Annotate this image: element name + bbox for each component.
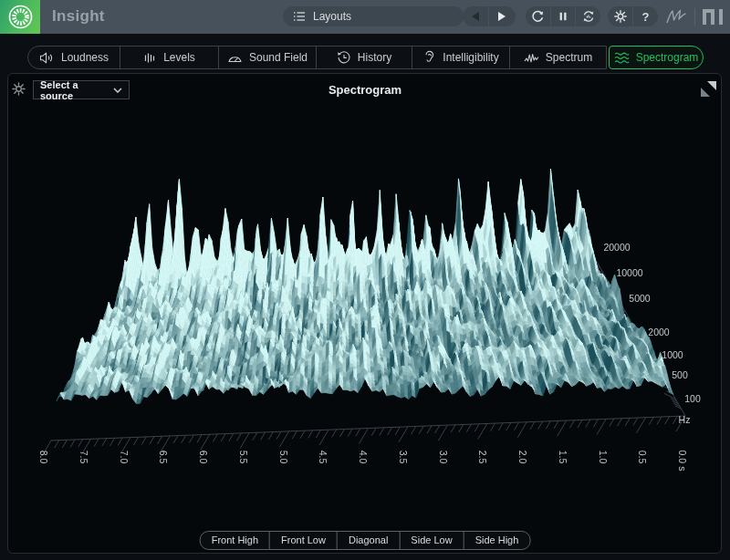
tab-sound-field[interactable]: Sound Field xyxy=(218,47,316,68)
refresh-meter-icon xyxy=(581,9,596,24)
izotope-scribble-icon xyxy=(664,8,688,26)
layouts-label: Layouts xyxy=(313,10,351,23)
tab-label: Sound Field xyxy=(249,51,308,64)
circular-arrow-icon xyxy=(530,9,545,24)
ni-logo-icon xyxy=(702,9,725,25)
help-button[interactable]: ? xyxy=(632,6,658,26)
tab-label: Spectrogram xyxy=(636,51,699,64)
view-button-front-high[interactable]: Front High xyxy=(201,532,269,549)
tab-label: Spectrum xyxy=(546,51,592,64)
right-triangle-icon xyxy=(498,12,506,21)
sync-button[interactable] xyxy=(575,6,600,26)
sound-field-icon xyxy=(227,51,243,64)
tab-label: Levels xyxy=(163,51,195,64)
history-icon xyxy=(337,50,351,65)
pause-button[interactable] xyxy=(550,6,576,26)
topbar-divider xyxy=(694,8,695,26)
layout-nav-buttons xyxy=(463,6,516,26)
tab-label: Loudness xyxy=(61,51,109,64)
tab-label: Intelligibility xyxy=(443,51,498,64)
tab-intelligibility[interactable]: Intelligibility xyxy=(412,47,509,68)
pause-icon xyxy=(556,9,570,24)
transport-buttons xyxy=(526,6,600,26)
spectrogram-icon xyxy=(614,51,630,65)
question-mark-icon: ? xyxy=(642,10,650,24)
spectrum-icon xyxy=(524,52,539,64)
tab-levels[interactable]: Levels xyxy=(120,47,218,68)
top-bar: Insight Layouts xyxy=(0,0,730,34)
list-icon xyxy=(293,10,306,23)
chevron-down-icon xyxy=(113,88,122,93)
ear-icon xyxy=(422,50,436,65)
settings-help-buttons: ? xyxy=(608,6,658,26)
tab-history[interactable]: History xyxy=(316,47,412,68)
prev-layout-button[interactable] xyxy=(463,6,488,26)
izotope-logo xyxy=(0,0,40,34)
tab-spectrum[interactable]: Spectrum xyxy=(509,47,606,68)
source-select-value: Select a source xyxy=(40,79,113,101)
source-select-dropdown[interactable]: Select a source xyxy=(33,80,130,99)
next-layout-button[interactable] xyxy=(488,6,515,26)
view-tabs: Loudness Levels Sound Field xyxy=(27,46,704,69)
app-title: Insight xyxy=(52,7,105,26)
camera-view-buttons: Front High Front Low Diagonal Side Low S… xyxy=(200,531,531,550)
tab-loudness[interactable]: Loudness xyxy=(28,47,120,68)
view-button-side-low[interactable]: Side Low xyxy=(399,532,463,549)
reset-button[interactable] xyxy=(526,6,550,26)
levels-icon xyxy=(143,51,157,65)
tab-spectrogram[interactable]: Spectrogram xyxy=(609,46,704,69)
gear-icon xyxy=(613,9,628,24)
tab-group: Loudness Levels Sound Field xyxy=(27,46,607,69)
expand-icon[interactable] xyxy=(701,81,716,97)
loudness-icon xyxy=(39,51,55,65)
module-settings-button[interactable] xyxy=(11,81,26,97)
izotope-swirl-icon xyxy=(8,5,33,29)
view-button-diagonal[interactable]: Diagonal xyxy=(337,532,399,549)
left-triangle-icon xyxy=(472,12,479,21)
view-button-front-low[interactable]: Front Low xyxy=(269,532,337,549)
tab-label: History xyxy=(358,51,391,64)
layouts-button[interactable]: Layouts xyxy=(283,6,464,26)
settings-button[interactable] xyxy=(608,6,632,26)
view-button-side-high[interactable]: Side High xyxy=(464,532,530,549)
